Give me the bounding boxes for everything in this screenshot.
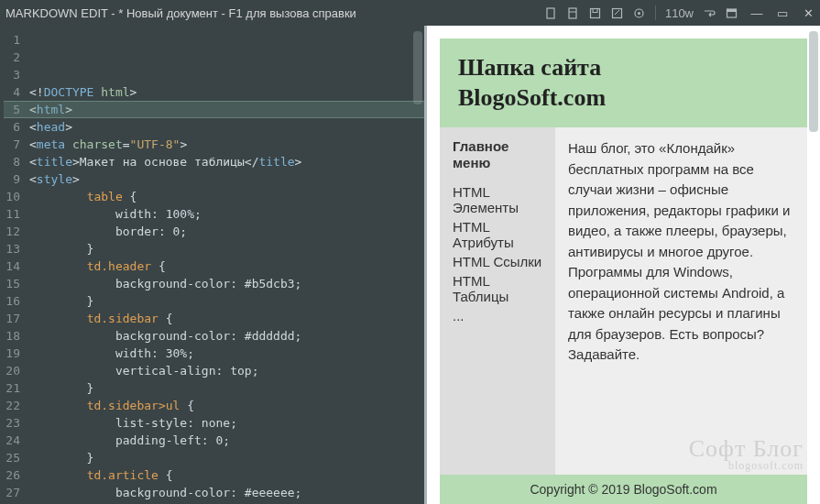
code-line[interactable]: <!DOCTYPE html> [29, 83, 424, 101]
menu-link[interactable]: ... [453, 308, 548, 323]
preview-icon[interactable] [725, 6, 738, 19]
svg-point-6 [638, 12, 640, 15]
code-line[interactable]: td.sidebar { [29, 310, 424, 327]
open-file-icon[interactable] [567, 6, 580, 19]
save-as-icon[interactable] [611, 6, 624, 19]
close-button[interactable]: ✕ [802, 6, 815, 20]
code-line[interactable]: <title>Макет на основе таблицы</title> [29, 153, 424, 170]
code-line[interactable]: td.sidebar>ul { [29, 397, 424, 414]
word-count: 110w [665, 6, 694, 20]
new-file-icon[interactable] [545, 6, 558, 19]
menu-link[interactable]: HTML Атрибуты [453, 219, 548, 250]
menu-link[interactable]: HTML Элементы [453, 184, 548, 215]
minimize-button[interactable]: — [750, 6, 763, 20]
code-line[interactable]: background-color: #b5dcb3; [29, 275, 424, 292]
site-title: Шапка сайта BlogoSoft.com [458, 53, 789, 113]
site-title-line2: BlogoSoft.com [458, 84, 606, 111]
site-title-line1: Шапка сайта [458, 54, 601, 81]
site-header: Шапка сайта BlogoSoft.com [440, 38, 807, 127]
code-line[interactable]: <head> [29, 118, 424, 136]
menu-link[interactable]: HTML Таблицы [453, 273, 548, 304]
code-line[interactable]: <style> [29, 170, 424, 188]
code-line[interactable]: width: 100%; [29, 205, 424, 223]
code-line[interactable]: border: 0; [29, 223, 424, 240]
maximize-button[interactable]: ▭ [776, 6, 789, 20]
toolbar: 110w [545, 5, 738, 20]
svg-rect-2 [591, 8, 600, 17]
window-title: MARKDOWN EDIT - * Новый документ - F1 дл… [5, 6, 545, 20]
code-line[interactable]: list-style: none; [29, 414, 424, 432]
code-line[interactable]: td.article { [29, 466, 424, 484]
title-bar: MARKDOWN EDIT - * Новый документ - F1 дл… [0, 0, 820, 26]
code-line[interactable]: background-color: #eeeeee; [29, 484, 424, 501]
code-line[interactable]: } [29, 449, 424, 466]
preview-content: Шапка сайта BlogoSoft.com Главное меню H… [427, 26, 820, 504]
sidebar: Главное меню HTML ЭлементыHTML АтрибутыH… [440, 127, 555, 475]
preview-pane: Шапка сайта BlogoSoft.com Главное меню H… [424, 26, 820, 504]
menu-link[interactable]: HTML Ссылки [453, 254, 548, 269]
code-area[interactable]: <!DOCTYPE html><html><head><meta charset… [26, 26, 424, 504]
svg-rect-3 [593, 8, 597, 12]
code-line[interactable]: table { [29, 188, 424, 205]
article: Наш блог, это «Клондайк» бесплатных прог… [555, 127, 807, 475]
code-line[interactable]: <html> [29, 101, 424, 118]
line-gutter: 1234567891011121314151617181920212223242… [0, 26, 26, 504]
app-window: MARKDOWN EDIT - * Новый документ - F1 дл… [0, 0, 820, 504]
toolbar-separator [655, 5, 656, 20]
code-line[interactable]: } [29, 379, 424, 397]
svg-rect-1 [569, 8, 576, 18]
save-icon[interactable] [589, 6, 602, 19]
menu-links: HTML ЭлементыHTML АтрибутыHTML СсылкиHTM… [453, 184, 548, 323]
menu-heading: Главное меню [453, 138, 548, 171]
code-line[interactable]: td.header { [29, 257, 424, 275]
site-footer: Copyright © 2019 BlogoSoft.com [440, 475, 807, 504]
wrap-icon[interactable] [703, 6, 716, 19]
code-line[interactable]: background-color: #dddddd; [29, 327, 424, 345]
svg-rect-0 [547, 8, 554, 18]
window-controls: — ▭ ✕ [750, 6, 815, 20]
settings-icon[interactable] [633, 6, 646, 19]
code-line[interactable]: padding-left: 0; [29, 432, 424, 449]
main-body: 1234567891011121314151617181920212223242… [0, 26, 820, 504]
code-line[interactable]: width: 30%; [29, 345, 424, 362]
code-line[interactable]: } [29, 240, 424, 257]
preview-scrollbar[interactable] [809, 31, 818, 132]
code-line[interactable]: } [29, 292, 424, 310]
code-editor[interactable]: 1234567891011121314151617181920212223242… [0, 26, 424, 504]
code-line[interactable]: vertical-align: top; [29, 362, 424, 379]
svg-rect-8 [727, 9, 736, 12]
svg-rect-4 [613, 8, 622, 17]
layout-row: Главное меню HTML ЭлементыHTML АтрибутыH… [440, 127, 807, 475]
code-line[interactable]: <meta charset="UTF-8"> [29, 136, 424, 153]
